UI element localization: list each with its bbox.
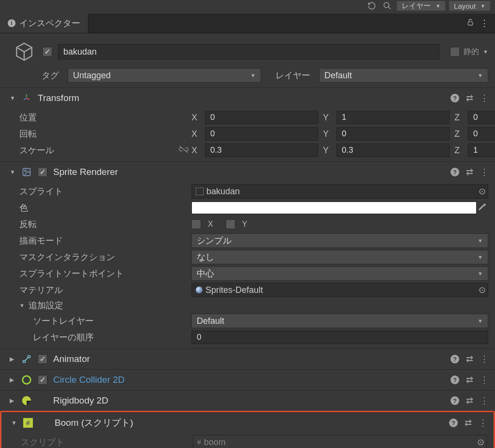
additional-settings-header[interactable]: ▼ 追加設定	[19, 298, 488, 313]
rigidbody-header[interactable]: ▶ Rigidbody 2D ? ⇄ ⋮	[0, 390, 495, 411]
kebab-menu-icon[interactable]: ⋮	[480, 93, 488, 103]
history-icon[interactable]	[366, 0, 378, 12]
script-row: スクリプト # boom ⊙	[21, 434, 487, 448]
sprite-renderer-icon	[21, 167, 32, 177]
circle-collider-icon	[21, 375, 32, 385]
svg-line-1	[388, 7, 391, 9]
kebab-menu-icon[interactable]: ⋮	[480, 167, 488, 177]
constrain-proportions-icon[interactable]	[179, 145, 189, 156]
position-x-input[interactable]	[205, 111, 318, 124]
animator-enable-checkbox[interactable]	[38, 354, 47, 364]
scale-x-input[interactable]	[205, 144, 318, 157]
scale-z-input[interactable]	[468, 144, 495, 157]
editor-top-toolbar: レイヤー▼ Layout▼	[0, 0, 495, 14]
scale-row: スケール X Y Z	[19, 142, 488, 159]
foldout-icon: ▼	[19, 303, 25, 308]
eyedropper-icon[interactable]	[477, 202, 488, 214]
sprite-renderer-enable-checkbox[interactable]	[38, 167, 47, 177]
preset-icon[interactable]: ⇄	[466, 395, 473, 406]
circle-collider-header[interactable]: ▶ Circle Collider 2D ? ⇄ ⋮	[0, 370, 495, 390]
flip-x-checkbox[interactable]	[191, 219, 201, 229]
info-icon: i	[8, 19, 15, 27]
layers-dropdown[interactable]: レイヤー▼	[397, 1, 445, 11]
sorting-layer-dropdown[interactable]: Default▼	[191, 314, 488, 328]
transform-icon	[21, 93, 32, 103]
foldout-icon: ▶	[10, 356, 15, 362]
layer-label: レイヤー	[276, 70, 314, 81]
object-picker-icon[interactable]: ⊙	[479, 285, 486, 295]
search-icon[interactable]	[381, 0, 393, 12]
sort-point-dropdown[interactable]: 中心▼	[191, 266, 488, 281]
foldout-icon: ▶	[10, 376, 15, 383]
preset-icon[interactable]: ⇄	[466, 375, 473, 385]
boom-script-component: ▼ # Boom (スクリプト) ? ⇄ ⋮ スクリプト # boom ⊙	[1, 412, 494, 448]
kebab-menu-icon[interactable]: ⋮	[480, 354, 488, 364]
highlight-annotation: ▼ # Boom (スクリプト) ? ⇄ ⋮ スクリプト # boom ⊙	[0, 411, 495, 448]
preset-icon[interactable]: ⇄	[465, 418, 472, 428]
flip-y-checkbox[interactable]	[226, 219, 235, 229]
preset-icon[interactable]: ⇄	[466, 93, 473, 103]
material-object-field[interactable]: Sprites-Default ⊙	[191, 283, 488, 297]
svg-point-0	[384, 2, 389, 8]
circle-collider-component: ▶ Circle Collider 2D ? ⇄ ⋮	[0, 369, 495, 390]
position-row: 位置 X Y Z	[19, 109, 488, 126]
inspector-tab[interactable]: i インスペクター	[0, 14, 88, 33]
draw-mode-dropdown[interactable]: シンプル▼	[191, 233, 488, 248]
script-icon: #	[23, 418, 33, 428]
position-z-input[interactable]	[468, 111, 495, 124]
sprite-renderer-header[interactable]: ▼ Sprite Renderer ? ⇄ ⋮	[0, 162, 495, 182]
help-icon[interactable]: ?	[451, 168, 459, 176]
gameobject-active-checkbox[interactable]	[43, 47, 52, 57]
tag-dropdown[interactable]: Untagged▼	[68, 68, 261, 83]
color-swatch[interactable]	[191, 202, 477, 214]
animator-title: Animator	[53, 354, 445, 364]
object-picker-icon[interactable]: ⊙	[477, 437, 484, 448]
rotation-y-input[interactable]	[336, 127, 450, 141]
transform-component: ▼ Transform ? ⇄ ⋮ 位置 X Y Z 回転 X Y Z	[0, 87, 495, 161]
boom-script-header[interactable]: ▼ # Boom (スクリプト) ? ⇄ ⋮	[1, 413, 494, 433]
circle-collider-enable-checkbox[interactable]	[38, 375, 47, 385]
inspector-tab-label: インスペクター	[19, 17, 80, 29]
sorting-layer-row: ソートレイヤー Default▼	[19, 313, 488, 329]
kebab-menu-icon[interactable]: ⋮	[480, 395, 488, 406]
transform-header[interactable]: ▼ Transform ? ⇄ ⋮	[0, 88, 495, 108]
rigidbody-component: ▶ Rigidbody 2D ? ⇄ ⋮	[0, 390, 495, 411]
rotation-x-input[interactable]	[205, 127, 318, 141]
layout-dropdown[interactable]: Layout▼	[449, 1, 490, 11]
preset-icon[interactable]: ⇄	[466, 167, 473, 177]
gameobject-header: 静的 ▼	[0, 33, 495, 66]
rotation-z-input[interactable]	[468, 127, 495, 141]
flip-row: 反転 X Y	[19, 216, 488, 232]
help-icon[interactable]: ?	[451, 396, 459, 405]
gameobject-name-input[interactable]	[58, 44, 439, 59]
layer-dropdown[interactable]: Default▼	[319, 68, 488, 83]
static-checkbox[interactable]	[450, 47, 460, 57]
mask-interaction-row: マスクインタラクション なし▼	[19, 249, 488, 265]
circle-collider-title: Circle Collider 2D	[53, 375, 445, 385]
sprite-thumb-icon	[196, 188, 204, 195]
mask-interaction-dropdown[interactable]: なし▼	[191, 250, 488, 264]
kebab-menu-icon[interactable]: ⋮	[479, 418, 487, 428]
sprite-object-field[interactable]: bakudan ⊙	[191, 184, 488, 199]
animator-icon	[21, 354, 32, 364]
transform-title: Transform	[38, 93, 445, 103]
preset-icon[interactable]: ⇄	[466, 354, 473, 364]
animator-header[interactable]: ▶ Animator ? ⇄ ⋮	[0, 349, 495, 369]
rigidbody-icon	[21, 395, 32, 406]
position-y-input[interactable]	[336, 111, 450, 124]
scale-y-input[interactable]	[336, 144, 450, 157]
help-icon[interactable]: ?	[451, 376, 459, 384]
kebab-menu-icon[interactable]: ⋮	[480, 375, 488, 385]
boom-script-title: Boom (スクリプト)	[55, 417, 443, 429]
kebab-menu-icon[interactable]: ⋮	[480, 18, 488, 29]
help-icon[interactable]: ?	[451, 355, 459, 363]
object-picker-icon[interactable]: ⊙	[479, 186, 486, 197]
help-icon[interactable]: ?	[451, 94, 459, 102]
help-icon[interactable]: ?	[449, 419, 458, 427]
tag-layer-row: タグ Untagged▼ レイヤー Default▼	[0, 66, 495, 87]
svg-line-3	[180, 146, 188, 152]
gameobject-icon[interactable]	[13, 40, 36, 63]
order-in-layer-input[interactable]	[191, 331, 488, 344]
static-dropdown-arrow[interactable]: ▼	[483, 49, 488, 55]
lock-icon[interactable]	[466, 18, 474, 29]
